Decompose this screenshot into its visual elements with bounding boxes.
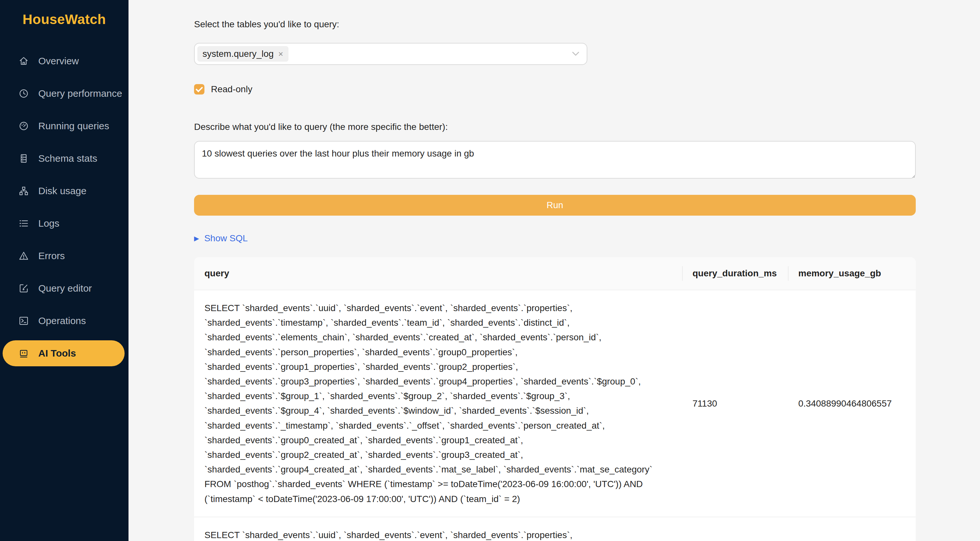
cell-memory-usage-gb [788,517,916,541]
query-description-input[interactable]: 10 slowest queries over the last hour pl… [194,141,916,179]
terminal-icon [18,315,29,326]
sidebar-item-logs[interactable]: Logs [3,211,125,236]
sidebar-item-running-queries[interactable]: Running queries [3,113,125,139]
home-icon [18,56,29,67]
results-table: query query_duration_ms memory_usage_gb … [194,257,916,541]
sidebar-item-label: Errors [38,251,65,262]
caret-right-icon: ▶ [194,235,199,242]
sidebar-item-label: Operations [38,315,86,326]
robot-icon [18,348,29,359]
sidebar-item-label: Query performance [38,88,122,99]
sidebar-item-query-performance[interactable]: Query performance [3,81,125,107]
main-panel: Select the tables you'd like to query: s… [129,0,980,541]
run-button[interactable]: Run [194,195,916,215]
results-table-card: query query_duration_ms memory_usage_gb … [194,257,916,541]
warning-icon [18,251,29,262]
sidebar-nav: Overview Query performance Running queri… [0,48,129,373]
cell-query-duration-ms [682,517,788,541]
table-header-row: query query_duration_ms memory_usage_gb [194,257,916,290]
sidebar: HouseWatch Overview Query performance Ru… [0,0,129,541]
sidebar-item-overview[interactable]: Overview [3,48,125,74]
chevron-down-icon [572,51,579,56]
readonly-checkbox-row: Read-only [194,83,916,96]
cell-query: SELECT `sharded_events`.`uuid`, `sharded… [194,517,682,541]
sidebar-item-label: Overview [38,56,79,67]
column-header-query: query [194,257,682,290]
selected-table-tag-label: system.query_log [202,49,274,59]
sidebar-item-label: AI Tools [38,348,76,359]
sidebar-item-schema-stats[interactable]: Schema stats [3,145,125,171]
sidebar-item-ai-tools[interactable]: AI Tools [3,340,125,366]
table-row: SELECT `sharded_events`.`uuid`, `sharded… [194,290,916,517]
sidebar-item-query-editor[interactable]: Query editor [3,275,125,302]
table-row: SELECT `sharded_events`.`uuid`, `sharded… [194,517,916,541]
column-header-memory-usage-gb: memory_usage_gb [788,257,916,290]
clock-icon [18,88,29,99]
table-select-label: Select the tables you'd like to query: [194,18,916,31]
remove-tag-icon[interactable]: × [278,49,283,58]
cell-query: SELECT `sharded_events`.`uuid`, `sharded… [194,290,682,517]
sidebar-item-disk-usage[interactable]: Disk usage [3,178,125,204]
app-window: HouseWatch Overview Query performance Ru… [0,0,980,541]
app-logo: HouseWatch [0,0,129,27]
readonly-label: Read-only [211,83,253,96]
show-sql-label: Show SQL [204,233,248,244]
sidebar-item-label: Running queries [38,120,109,131]
readonly-checkbox[interactable] [194,84,204,94]
show-sql-toggle[interactable]: ▶ Show SQL [194,233,916,244]
sidebar-item-label: Disk usage [38,185,86,196]
sidebar-item-label: Logs [38,218,59,229]
sidebar-item-operations[interactable]: Operations [3,308,125,334]
sidebar-item-label: Query editor [38,283,92,294]
cell-memory-usage-gb: 0.34088990464806557 [788,290,916,517]
sidebar-item-errors[interactable]: Errors [3,243,125,269]
describe-label: Describe what you'd like to query (the m… [194,120,916,134]
edit-icon [18,283,29,294]
cell-query-duration-ms: 71130 [682,290,788,517]
column-header-query-duration-ms: query_duration_ms [682,257,788,290]
sidebar-item-label: Schema stats [38,153,97,164]
selected-table-tag: system.query_log × [197,46,288,62]
list-icon [18,218,29,229]
sitemap-icon [18,185,29,196]
database-icon [18,153,29,164]
table-select[interactable]: system.query_log × [194,43,587,65]
gauge-icon [18,120,29,131]
